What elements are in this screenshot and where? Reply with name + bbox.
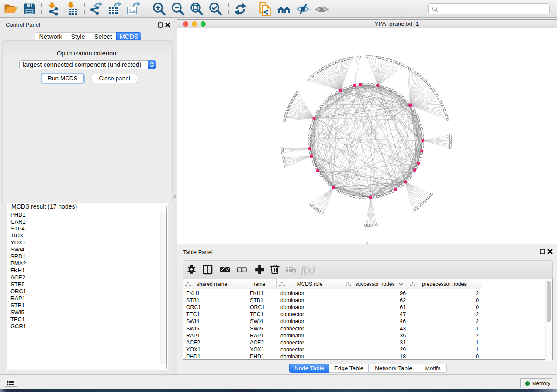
svg-text:f(x): f(x): [301, 264, 315, 275]
